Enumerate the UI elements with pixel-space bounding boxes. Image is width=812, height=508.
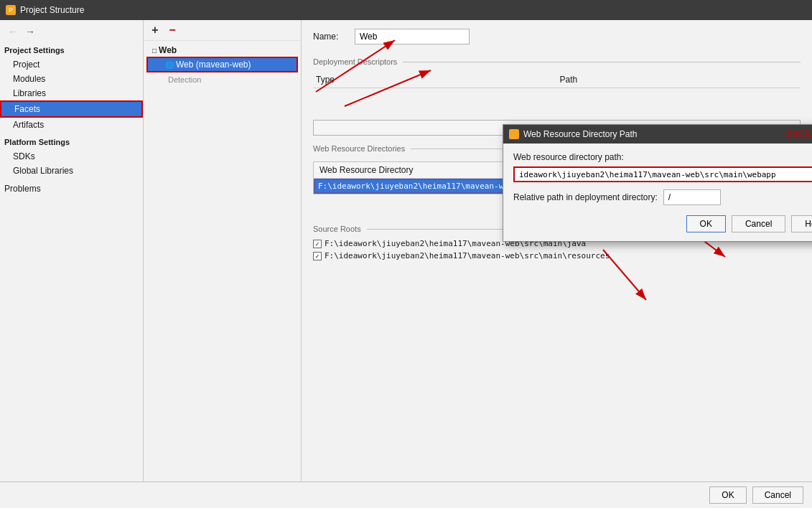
main-layout: ← → Project Settings Project Modules Lib… bbox=[0, 20, 812, 481]
dialog-cancel-button[interactable]: Cancel bbox=[732, 215, 785, 232]
dialog-path-row: ... bbox=[513, 166, 812, 182]
sidebar-item-libraries[interactable]: Libraries bbox=[0, 86, 143, 100]
dialog-title-bar: Web Resource Directory Path 复制该路径 ✕ bbox=[503, 125, 812, 144]
dialog-relative-input[interactable] bbox=[663, 189, 721, 205]
app-icon: P bbox=[6, 5, 16, 15]
sidebar-item-facets[interactable]: Facets bbox=[0, 100, 143, 118]
tree-panel: + − □ Web 🌐 Web (mavean-web) Detection bbox=[144, 20, 302, 481]
relative-path-label: Relative path in deployment directory: bbox=[513, 192, 658, 202]
project-settings-label: Project Settings bbox=[0, 43, 143, 57]
app-window: P Project Structure ← → Project Settings… bbox=[0, 0, 812, 508]
web-resource-path-label: Web resource directory path: bbox=[513, 152, 812, 162]
dialog-buttons: OK Cancel Help bbox=[513, 215, 812, 232]
sidebar-item-global-libraries[interactable]: Global Libraries bbox=[0, 164, 143, 178]
sidebar-item-modules[interactable]: Modules bbox=[0, 72, 143, 86]
app-title: Project Structure bbox=[20, 5, 84, 15]
dialog-relative-row: Relative path in deployment directory: bbox=[513, 189, 812, 205]
sidebar-item-sdks[interactable]: SDKs bbox=[0, 149, 143, 164]
tree-toolbar: + − bbox=[144, 20, 301, 41]
dialog-ok-button[interactable]: OK bbox=[686, 215, 726, 232]
tree-node-detection[interactable]: Detection bbox=[146, 72, 298, 84]
tree-node-web-maven[interactable]: 🌐 Web (mavean-web) bbox=[146, 57, 298, 72]
sidebar-item-project[interactable]: Project bbox=[0, 57, 143, 72]
dialog-body: Web resource directory path: ... Relativ… bbox=[503, 144, 812, 241]
back-arrow[interactable]: ← bbox=[6, 24, 20, 39]
tree-content: □ Web 🌐 Web (mavean-web) Detection bbox=[144, 41, 301, 481]
dialog-path-input[interactable] bbox=[513, 166, 812, 182]
dialog-title: Web Resource Directory Path bbox=[523, 129, 780, 139]
forward-arrow[interactable]: → bbox=[23, 24, 37, 39]
add-button[interactable]: + bbox=[148, 23, 162, 37]
right-panel: Name: Deployment Descriptors Type Path A… bbox=[302, 20, 812, 481]
dialog-annotation: 复制该路径 bbox=[785, 128, 812, 141]
title-bar: P Project Structure bbox=[0, 0, 812, 20]
sidebar: ← → Project Settings Project Modules Lib… bbox=[0, 20, 144, 481]
bottom-cancel-button[interactable]: Cancel bbox=[752, 486, 803, 504]
sidebar-problems[interactable]: Problems bbox=[0, 178, 143, 197]
platform-settings-label: Platform Settings bbox=[0, 132, 143, 149]
bottom-bar: OK Cancel bbox=[0, 481, 812, 508]
dialog-overlay: Web Resource Directory Path 复制该路径 ✕ Web … bbox=[302, 20, 812, 481]
tree-node-web[interactable]: □ Web bbox=[146, 44, 298, 57]
bottom-ok-button[interactable]: OK bbox=[709, 486, 746, 504]
nav-arrows: ← → bbox=[0, 20, 143, 43]
web-resource-dialog: Web Resource Directory Path 复制该路径 ✕ Web … bbox=[503, 124, 812, 242]
sidebar-item-artifacts[interactable]: Artifacts bbox=[0, 118, 143, 132]
dialog-icon bbox=[509, 129, 519, 139]
dialog-help-button[interactable]: Help bbox=[791, 215, 812, 232]
remove-button[interactable]: − bbox=[165, 23, 179, 37]
